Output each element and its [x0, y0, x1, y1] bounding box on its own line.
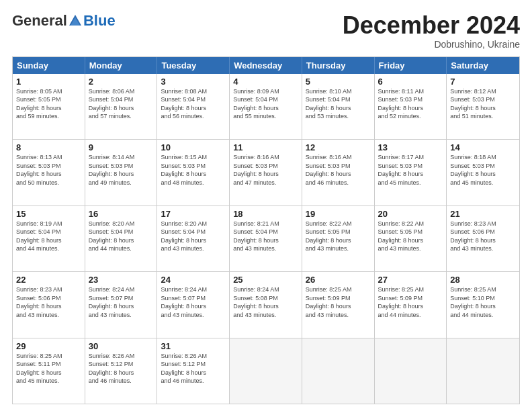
calendar-cell: [447, 338, 519, 404]
calendar-week-1: 1Sunrise: 8:05 AM Sunset: 5:05 PM Daylig…: [13, 74, 519, 139]
subtitle: Dobrushino, Ukraine: [343, 39, 520, 50]
calendar-cell: 24Sunrise: 8:24 AM Sunset: 5:07 PM Dayli…: [157, 272, 230, 337]
day-number: 4: [233, 77, 298, 87]
calendar-cell: 23Sunrise: 8:24 AM Sunset: 5:07 PM Dayli…: [85, 272, 158, 337]
calendar-cell: 15Sunrise: 8:19 AM Sunset: 5:04 PM Dayli…: [13, 206, 85, 271]
page: General Blue December 2024 Dobrushino, U…: [0, 0, 532, 411]
day-number: 1: [16, 77, 81, 87]
calendar-week-2: 8Sunrise: 8:13 AM Sunset: 5:03 PM Daylig…: [13, 139, 519, 205]
calendar-cell: 29Sunrise: 8:25 AM Sunset: 5:11 PM Dayli…: [13, 338, 85, 404]
day-detail: Sunrise: 8:23 AM Sunset: 5:06 PM Dayligh…: [16, 285, 81, 319]
day-detail: Sunrise: 8:17 AM Sunset: 5:03 PM Dayligh…: [378, 153, 443, 187]
calendar-header-monday: Monday: [85, 57, 158, 74]
day-number: 13: [378, 142, 443, 152]
day-number: 27: [378, 275, 443, 285]
calendar-cell: 8Sunrise: 8:13 AM Sunset: 5:03 PM Daylig…: [13, 140, 85, 205]
calendar-cell: 13Sunrise: 8:17 AM Sunset: 5:03 PM Dayli…: [375, 140, 447, 205]
calendar-header: SundayMondayTuesdayWednesdayThursdayFrid…: [13, 57, 519, 74]
day-detail: Sunrise: 8:15 AM Sunset: 5:03 PM Dayligh…: [161, 153, 226, 187]
day-number: 31: [161, 341, 226, 351]
day-number: 26: [306, 275, 371, 285]
day-detail: Sunrise: 8:21 AM Sunset: 5:04 PM Dayligh…: [233, 220, 298, 253]
day-number: 17: [161, 209, 226, 219]
calendar-cell: [375, 338, 447, 404]
calendar-cell: 9Sunrise: 8:14 AM Sunset: 5:03 PM Daylig…: [85, 140, 158, 205]
day-detail: Sunrise: 8:20 AM Sunset: 5:04 PM Dayligh…: [89, 220, 154, 253]
day-number: 8: [16, 142, 81, 152]
day-detail: Sunrise: 8:24 AM Sunset: 5:07 PM Dayligh…: [161, 285, 226, 319]
title-area: December 2024 Dobrushino, Ukraine: [343, 12, 520, 50]
day-number: 10: [161, 142, 226, 152]
calendar-cell: 30Sunrise: 8:26 AM Sunset: 5:12 PM Dayli…: [85, 338, 158, 404]
day-detail: Sunrise: 8:06 AM Sunset: 5:04 PM Dayligh…: [89, 87, 154, 121]
calendar-header-thursday: Thursday: [302, 57, 375, 74]
logo-general: General: [12, 12, 67, 30]
day-detail: Sunrise: 8:12 AM Sunset: 5:03 PM Dayligh…: [450, 87, 516, 121]
day-detail: Sunrise: 8:25 AM Sunset: 5:11 PM Dayligh…: [16, 352, 81, 385]
calendar-cell: 20Sunrise: 8:22 AM Sunset: 5:05 PM Dayli…: [375, 206, 447, 271]
day-number: 18: [233, 209, 298, 219]
day-detail: Sunrise: 8:14 AM Sunset: 5:03 PM Dayligh…: [89, 153, 154, 187]
day-detail: Sunrise: 8:11 AM Sunset: 5:03 PM Dayligh…: [378, 87, 443, 121]
day-number: 11: [233, 142, 298, 152]
day-number: 7: [450, 77, 516, 87]
calendar-cell: 21Sunrise: 8:23 AM Sunset: 5:06 PM Dayli…: [447, 206, 519, 271]
day-detail: Sunrise: 8:22 AM Sunset: 5:05 PM Dayligh…: [306, 220, 371, 253]
day-number: 16: [89, 209, 154, 219]
calendar-cell: 28Sunrise: 8:25 AM Sunset: 5:10 PM Dayli…: [447, 272, 519, 337]
logo-text: General Blue: [12, 12, 116, 30]
day-detail: Sunrise: 8:18 AM Sunset: 5:03 PM Dayligh…: [450, 153, 516, 187]
calendar-cell: [230, 338, 302, 404]
calendar-cell: 3Sunrise: 8:08 AM Sunset: 5:04 PM Daylig…: [157, 74, 230, 139]
calendar-cell: 7Sunrise: 8:12 AM Sunset: 5:03 PM Daylig…: [447, 74, 519, 139]
day-detail: Sunrise: 8:16 AM Sunset: 5:03 PM Dayligh…: [306, 153, 371, 187]
calendar-header-tuesday: Tuesday: [157, 57, 230, 74]
day-number: 29: [16, 341, 81, 351]
day-detail: Sunrise: 8:08 AM Sunset: 5:04 PM Dayligh…: [161, 87, 226, 121]
day-number: 23: [89, 275, 154, 285]
calendar-cell: 4Sunrise: 8:09 AM Sunset: 5:04 PM Daylig…: [230, 74, 302, 139]
day-detail: Sunrise: 8:19 AM Sunset: 5:04 PM Dayligh…: [16, 220, 81, 253]
calendar-cell: 18Sunrise: 8:21 AM Sunset: 5:04 PM Dayli…: [230, 206, 302, 271]
day-number: 30: [89, 341, 154, 351]
day-number: 15: [16, 209, 81, 219]
calendar-cell: 25Sunrise: 8:24 AM Sunset: 5:08 PM Dayli…: [230, 272, 302, 337]
calendar-cell: 11Sunrise: 8:16 AM Sunset: 5:03 PM Dayli…: [230, 140, 302, 205]
calendar: SundayMondayTuesdayWednesdayThursdayFrid…: [12, 56, 520, 404]
calendar-cell: 12Sunrise: 8:16 AM Sunset: 5:03 PM Dayli…: [302, 140, 375, 205]
day-number: 12: [306, 142, 371, 152]
day-detail: Sunrise: 8:24 AM Sunset: 5:07 PM Dayligh…: [89, 285, 154, 319]
day-detail: Sunrise: 8:26 AM Sunset: 5:12 PM Dayligh…: [89, 352, 154, 385]
day-number: 25: [233, 275, 298, 285]
day-number: 24: [161, 275, 226, 285]
calendar-body: 1Sunrise: 8:05 AM Sunset: 5:05 PM Daylig…: [13, 74, 519, 404]
day-detail: Sunrise: 8:24 AM Sunset: 5:08 PM Dayligh…: [233, 285, 298, 319]
calendar-cell: 22Sunrise: 8:23 AM Sunset: 5:06 PM Dayli…: [13, 272, 85, 337]
day-detail: Sunrise: 8:26 AM Sunset: 5:12 PM Dayligh…: [161, 352, 226, 385]
day-number: 2: [89, 77, 154, 87]
calendar-header-sunday: Sunday: [13, 57, 85, 74]
calendar-cell: 26Sunrise: 8:25 AM Sunset: 5:09 PM Dayli…: [302, 272, 375, 337]
calendar-cell: 6Sunrise: 8:11 AM Sunset: 5:03 PM Daylig…: [375, 74, 447, 139]
calendar-week-5: 29Sunrise: 8:25 AM Sunset: 5:11 PM Dayli…: [13, 338, 519, 404]
calendar-cell: 1Sunrise: 8:05 AM Sunset: 5:05 PM Daylig…: [13, 74, 85, 139]
day-number: 28: [450, 275, 516, 285]
calendar-cell: 31Sunrise: 8:26 AM Sunset: 5:12 PM Dayli…: [157, 338, 230, 404]
day-detail: Sunrise: 8:13 AM Sunset: 5:03 PM Dayligh…: [16, 153, 81, 187]
calendar-cell: 5Sunrise: 8:10 AM Sunset: 5:04 PM Daylig…: [302, 74, 375, 139]
day-number: 21: [450, 209, 516, 219]
day-detail: Sunrise: 8:09 AM Sunset: 5:04 PM Dayligh…: [233, 87, 298, 121]
calendar-cell: 10Sunrise: 8:15 AM Sunset: 5:03 PM Dayli…: [157, 140, 230, 205]
day-number: 22: [16, 275, 81, 285]
day-detail: Sunrise: 8:20 AM Sunset: 5:04 PM Dayligh…: [161, 220, 226, 253]
logo-blue: Blue: [83, 12, 116, 30]
calendar-cell: 19Sunrise: 8:22 AM Sunset: 5:05 PM Dayli…: [302, 206, 375, 271]
day-detail: Sunrise: 8:22 AM Sunset: 5:05 PM Dayligh…: [378, 220, 443, 253]
day-detail: Sunrise: 8:25 AM Sunset: 5:09 PM Dayligh…: [306, 285, 371, 319]
calendar-header-friday: Friday: [375, 57, 447, 74]
day-number: 5: [306, 77, 371, 87]
calendar-week-4: 22Sunrise: 8:23 AM Sunset: 5:06 PM Dayli…: [13, 271, 519, 337]
calendar-cell: 14Sunrise: 8:18 AM Sunset: 5:03 PM Dayli…: [447, 140, 519, 205]
logo-icon: [68, 13, 83, 28]
calendar-cell: 27Sunrise: 8:25 AM Sunset: 5:09 PM Dayli…: [375, 272, 447, 337]
